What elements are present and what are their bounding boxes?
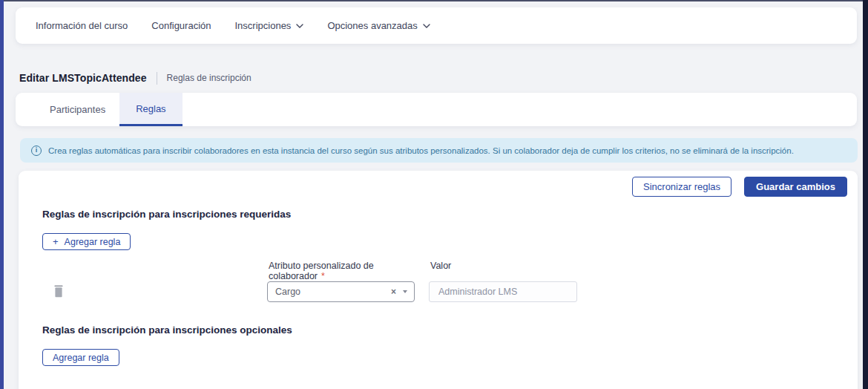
nav-item-label: Inscripciones xyxy=(235,20,292,31)
attribute-label: Atributo personalizado de colaborador* xyxy=(269,261,430,281)
top-nav: Información del curso Configuración Insc… xyxy=(16,7,857,44)
required-rules-title: Reglas de inscripción para inscripciones… xyxy=(42,209,291,220)
window-edge-right xyxy=(863,0,868,389)
delete-rule-button[interactable] xyxy=(53,285,64,298)
tab-label: Reglas xyxy=(136,103,165,114)
required-mark: * xyxy=(321,271,325,281)
nav-item-label: Información del curso xyxy=(36,20,128,31)
tab-bar: Participantes Reglas xyxy=(16,93,857,126)
value-input[interactable] xyxy=(429,281,577,302)
add-optional-rule-button[interactable]: Agregar regla xyxy=(42,349,119,366)
chevron-down-icon xyxy=(296,24,303,28)
plus-icon: + xyxy=(53,237,59,246)
clear-icon[interactable]: × xyxy=(391,287,396,297)
add-rule-label: Agregar regla xyxy=(53,353,109,363)
breadcrumb-divider xyxy=(157,72,157,85)
rules-panel: Sincronizar reglas Guardar cambios Regla… xyxy=(19,171,858,389)
nav-item-opciones-avanzadas[interactable]: Opciones avanzadas xyxy=(315,20,441,31)
rule-field-labels: Atributo personalizado de colaborador* V… xyxy=(269,261,451,281)
breadcrumb: Editar LMSTopicAttendee Reglas de inscri… xyxy=(19,71,251,85)
rule-row: Cargo × xyxy=(19,281,858,302)
nav-item-configuracion[interactable]: Configuración xyxy=(139,20,223,31)
window-edge-left xyxy=(0,0,4,389)
add-rule-label: Agregar regla xyxy=(65,237,121,247)
optional-rules-title: Reglas de inscripción para inscripciones… xyxy=(42,324,292,336)
trash-icon xyxy=(53,285,64,298)
tab-label: Participantes xyxy=(50,104,105,115)
save-changes-button[interactable]: Guardar cambios xyxy=(744,177,847,197)
panel-actions: Sincronizar reglas Guardar cambios xyxy=(632,177,847,197)
nav-item-inscripciones[interactable]: Inscripciones xyxy=(223,20,316,31)
page: Información del curso Configuración Insc… xyxy=(0,0,868,389)
tab-participantes[interactable]: Participantes xyxy=(36,93,119,126)
attribute-select-value: Cargo xyxy=(275,287,391,297)
info-banner-text: Crea reglas automáticas para inscribir c… xyxy=(48,146,794,155)
sync-rules-button[interactable]: Sincronizar reglas xyxy=(632,177,731,197)
add-required-rule-button[interactable]: + Agregar regla xyxy=(42,233,131,250)
nav-item-label: Configuración xyxy=(151,20,211,31)
chevron-down-icon xyxy=(423,24,430,28)
page-title: Editar LMSTopicAttendee xyxy=(19,72,147,84)
breadcrumb-section: Reglas de inscripción xyxy=(167,73,251,83)
caret-down-icon xyxy=(403,290,407,293)
value-label: Valor xyxy=(430,261,451,281)
tab-reglas[interactable]: Reglas xyxy=(119,93,182,126)
nav-item-label: Opciones avanzadas xyxy=(327,20,417,31)
info-icon: i xyxy=(31,146,42,156)
info-banner: i Crea reglas automáticas para inscribir… xyxy=(20,138,858,163)
attribute-select[interactable]: Cargo × xyxy=(267,281,415,302)
nav-item-informacion-del-curso[interactable]: Información del curso xyxy=(36,20,139,31)
window-edge-top xyxy=(0,0,868,1)
